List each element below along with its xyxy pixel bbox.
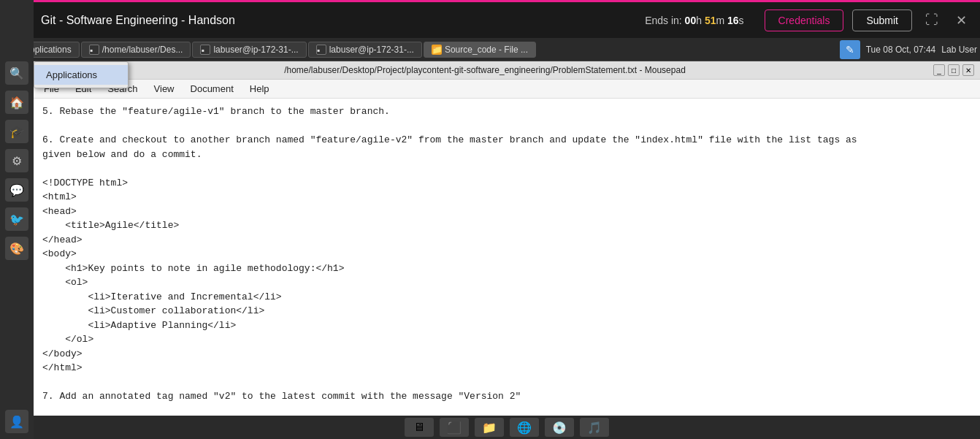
- maximize-button[interactable]: □: [948, 64, 960, 76]
- applications-dropdown-item[interactable]: Applications: [34, 65, 128, 85]
- close-top-button[interactable]: ✕: [952, 9, 971, 31]
- close-button[interactable]: ✕: [962, 64, 974, 76]
- timer: Ends in: 00h 51m 16s: [645, 15, 743, 26]
- taskbar-item-folder[interactable]: 📁 Source_code - File ...: [424, 42, 536, 58]
- timer-label: Ends in:: [645, 15, 682, 26]
- bottom-task-disk[interactable]: 💿: [545, 418, 574, 437]
- menu-view[interactable]: View: [147, 81, 182, 96]
- taskbar-terminal3-label: labuser@ip-172-31-...: [329, 45, 414, 55]
- mousepad-title: /home/labuser/Desktop/Project/playconten…: [39, 65, 930, 75]
- minimize-button[interactable]: _: [933, 64, 945, 76]
- bottom-taskbar: 🖥 ⬛ 📁 🌐 💿 🎵: [34, 416, 980, 439]
- sidebar-icon-palette[interactable]: 🎨: [5, 237, 28, 260]
- terminal3-icon: ▪: [316, 45, 326, 55]
- credentials-button[interactable]: Credentials: [765, 9, 844, 31]
- timer-minutes: 51: [705, 15, 716, 26]
- taskbar-terminal2-label: labuser@ip-172-31-...: [213, 45, 298, 55]
- bottom-task-files[interactable]: 📁: [475, 418, 504, 437]
- taskbar-right: ✎ Tue 08 Oct, 07:44 Lab User: [840, 40, 977, 59]
- taskbar-user: Lab User: [941, 45, 977, 55]
- taskbar-folder-label: Source_code - File ...: [445, 45, 528, 55]
- sidebar-icon-bird[interactable]: 🐦: [5, 207, 28, 231]
- mousepad-titlebar: /home/labuser/Desktop/Project/playconten…: [34, 61, 980, 80]
- top-bar: P Git - Software Engineering - Handson E…: [0, 0, 980, 38]
- left-sidebar: 🔍 🏠 🎓 ⚙ 💬 🐦 🎨 👤: [0, 0, 34, 439]
- taskbar-item-terminal1[interactable]: ▪ /home/labuser/Des...: [81, 42, 191, 58]
- bottom-task-monitor[interactable]: 🖥: [405, 418, 434, 437]
- mousepad-menubar: File Edit Search View Document Help: [34, 80, 980, 99]
- app-title: Git - Software Engineering - Handson: [41, 14, 636, 27]
- folder-icon: 📁: [432, 45, 442, 55]
- sidebar-icon-search[interactable]: 🔍: [5, 61, 28, 85]
- menu-document[interactable]: Document: [183, 81, 241, 96]
- bottom-task-music[interactable]: 🎵: [580, 418, 609, 437]
- taskbar-datetime: Tue 08 Oct, 07:44: [866, 45, 936, 55]
- applications-dropdown: Applications: [34, 61, 129, 88]
- bottom-task-globe[interactable]: 🌐: [510, 418, 539, 437]
- submit-button[interactable]: Submit: [852, 9, 912, 31]
- sidebar-icon-settings[interactable]: ⚙: [5, 149, 28, 172]
- timer-hours: 00: [685, 15, 697, 26]
- taskbar: Applications ▪ /home/labuser/Des... ▪ la…: [0, 38, 980, 61]
- sidebar-icon-school[interactable]: 🎓: [5, 120, 28, 143]
- expand-button[interactable]: ⛶: [921, 9, 943, 31]
- mousepad-window: /home/labuser/Desktop/Project/playconten…: [34, 61, 980, 439]
- bottom-task-terminal[interactable]: ⬛: [440, 418, 469, 437]
- timer-seconds: 16: [727, 15, 739, 26]
- taskbar-item-terminal2[interactable]: ▪ labuser@ip-172-31-...: [192, 42, 306, 58]
- menu-help[interactable]: Help: [242, 81, 277, 96]
- terminal2-icon: ▪: [200, 45, 210, 55]
- mousepad-content[interactable]: 5. Rebase the "feature/agile-v1" branch …: [34, 99, 980, 439]
- edit-icon[interactable]: ✎: [840, 40, 860, 59]
- taskbar-item-terminal3[interactable]: ▪ labuser@ip-172-31-...: [308, 42, 422, 58]
- sidebar-icon-user[interactable]: 👤: [5, 410, 28, 433]
- terminal1-icon: ▪: [89, 45, 99, 55]
- sidebar-icon-chat[interactable]: 💬: [5, 178, 28, 202]
- taskbar-terminal1-label: /home/labuser/Des...: [102, 45, 183, 55]
- sidebar-icon-home[interactable]: 🏠: [5, 91, 28, 114]
